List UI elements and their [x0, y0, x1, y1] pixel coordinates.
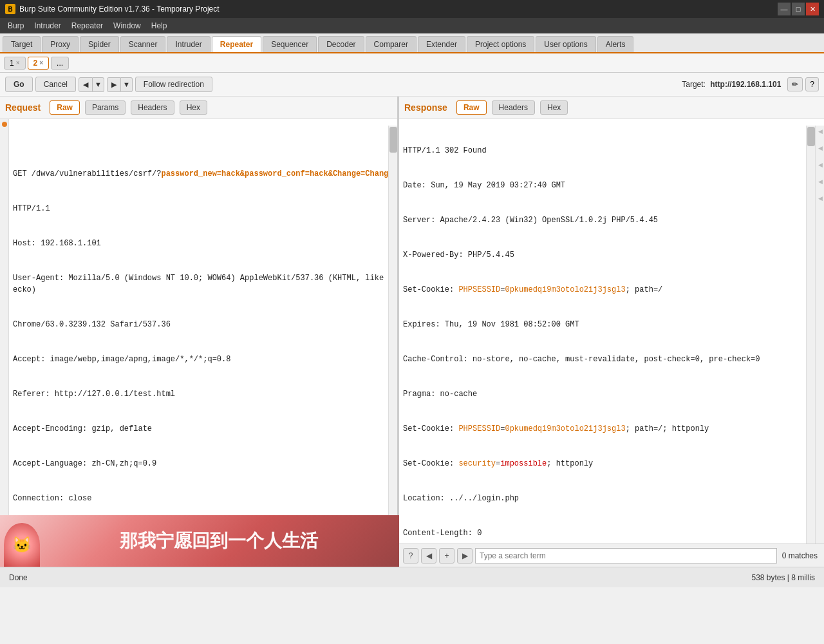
- search-prev-button[interactable]: ◀: [421, 548, 436, 564]
- request-tab-headers[interactable]: Headers: [131, 100, 174, 115]
- response-line-6: Expires: Thu, 19 Nov 1981 08:52:00 GMT: [403, 319, 820, 330]
- side-indicator-5: ◀: [817, 195, 823, 202]
- request-scrollbar[interactable]: [388, 126, 397, 567]
- nav-tab-repeater[interactable]: Repeater: [212, 36, 261, 52]
- close-button[interactable]: ✕: [806, 3, 819, 15]
- response-scrollbar[interactable]: [806, 126, 815, 544]
- request-line-5: Chrome/63.0.3239.132 Safari/537.36: [13, 319, 393, 330]
- target-label-text: Target:: [682, 80, 706, 89]
- follow-redirection-button[interactable]: Follow redirection: [135, 77, 212, 92]
- go-button[interactable]: Go: [5, 77, 33, 92]
- search-help-button[interactable]: ?: [403, 548, 418, 564]
- response-line-7: Cache-Control: no-store, no-cache, must-…: [403, 354, 820, 365]
- nav-tab-intruder[interactable]: Intruder: [167, 36, 210, 52]
- nav-tab-target[interactable]: Target: [3, 36, 41, 52]
- response-line-4: X-Powered-By: PHP/5.4.45: [403, 249, 820, 261]
- nav-tab-spider[interactable]: Spider: [80, 36, 119, 52]
- request-line-3: Host: 192.168.1.101: [13, 238, 393, 249]
- response-line-3: Server: Apache/2.4.23 (Win32) OpenSSL/1.…: [403, 214, 820, 226]
- maximize-button[interactable]: □: [792, 3, 805, 15]
- request-line-6: Accept: image/webp,image/apng,image/*,*/…: [13, 354, 393, 365]
- nav-tab-user-options[interactable]: User options: [536, 36, 595, 52]
- sub-tab-1[interactable]: 1 ×: [4, 57, 26, 70]
- request-line-1: GET /dwva/vulnerabilities/csrf/?password…: [13, 168, 393, 180]
- done-status: Done: [5, 572, 32, 583]
- window-title: Burp Suite Community Edition v1.7.36 - T…: [19, 5, 778, 14]
- menubar-item-intruder[interactable]: Intruder: [29, 20, 66, 32]
- window-controls: — □ ✕: [778, 3, 819, 15]
- response-line-8: Pragma: no-cache: [403, 388, 820, 400]
- nav-tab-proxy[interactable]: Proxy: [42, 36, 79, 52]
- back-dropdown-button[interactable]: ▼: [93, 77, 104, 92]
- bottom-overlay: 🐱 那我宁愿回到一个人生活: [0, 515, 399, 567]
- side-indicator-3: ◀: [817, 162, 823, 168]
- response-panel: Response Raw Headers Hex HTTP/1.1 302 Fo…: [399, 97, 824, 567]
- search-bar: ? ◀ + ▶ 0 matches: [399, 544, 824, 567]
- request-panel: Request Raw Params Headers Hex GET /dwva…: [0, 97, 399, 567]
- request-scroll-thumb[interactable]: [389, 127, 397, 153]
- response-title: Response: [404, 102, 447, 113]
- search-input[interactable]: [475, 548, 777, 564]
- nav-tab-alerts[interactable]: Alerts: [597, 36, 634, 52]
- request-line-4: User-Agent: Mozilla/5.0 (Windows NT 10.0…: [13, 272, 393, 296]
- search-next-button[interactable]: +: [439, 548, 454, 564]
- target-edit-button[interactable]: ✏: [787, 77, 803, 91]
- response-scroll-thumb[interactable]: [807, 127, 815, 146]
- request-tab-raw[interactable]: Raw: [50, 100, 80, 115]
- side-indicator-2: ◀: [817, 145, 823, 151]
- target-label: Target: http://192.168.1.101: [682, 80, 781, 89]
- request-tab-hex[interactable]: Hex: [180, 100, 207, 115]
- side-indicator-1: ◀: [817, 128, 823, 135]
- matches-label: 0 matches: [780, 550, 820, 562]
- nav-tab-sequencer[interactable]: Sequencer: [263, 36, 317, 52]
- mascot-image: 🐱: [4, 523, 40, 567]
- response-line-9: Set-Cookie: PHPSESSID=0pkumedqi9m3otolo2…: [403, 423, 820, 435]
- response-line-5: Set-Cookie: PHPSESSID=0pkumedqi9m3otolo2…: [403, 284, 820, 296]
- response-tab-hex[interactable]: Hex: [540, 100, 568, 115]
- response-line-12: Content-Length: 0: [403, 527, 820, 539]
- back-nav: ◀ ▼: [79, 77, 104, 92]
- menubar-item-window[interactable]: Window: [108, 20, 146, 32]
- mascot-emoji: 🐱: [12, 536, 32, 554]
- response-content[interactable]: HTTP/1.1 302 Found Date: Sun, 19 May 201…: [399, 119, 824, 544]
- request-panel-header: Request Raw Params Headers Hex: [0, 97, 397, 119]
- request-content[interactable]: GET /dwva/vulnerabilities/csrf/?password…: [0, 119, 397, 567]
- menubar-item-burp[interactable]: Burp: [3, 20, 29, 32]
- nav-tab-scanner[interactable]: Scanner: [120, 36, 166, 52]
- nav-tab-decoder[interactable]: Decoder: [318, 36, 364, 52]
- app-icon: B: [5, 4, 15, 14]
- titlebar: B Burp Suite Community Edition v1.7.36 -…: [0, 0, 824, 18]
- forward-nav: ▶ ▼: [107, 77, 133, 92]
- back-button[interactable]: ◀: [79, 77, 93, 92]
- menubar-item-repeater[interactable]: Repeater: [66, 20, 108, 32]
- main-content: Request Raw Params Headers Hex GET /dwva…: [0, 97, 824, 567]
- target-help-button[interactable]: ?: [805, 77, 819, 91]
- size-status: 538 bytes | 8 millis: [748, 572, 819, 583]
- nav-tabs: TargetProxySpiderScannerIntruderRepeater…: [0, 33, 824, 53]
- response-tab-raw[interactable]: Raw: [456, 100, 487, 115]
- menubar-item-help[interactable]: Help: [146, 20, 173, 32]
- status-bar: Done 538 bytes | 8 millis: [0, 567, 824, 587]
- repeater-tabs: 1 ×2 ×...: [0, 53, 824, 73]
- forward-button[interactable]: ▶: [107, 77, 121, 92]
- search-nav-button[interactable]: ▶: [457, 548, 473, 564]
- app-icon-label: B: [8, 6, 12, 13]
- response-line-10: Set-Cookie: security=impossible; httponl…: [403, 458, 820, 469]
- request-line-indicators: [0, 119, 9, 567]
- nav-tab-extender[interactable]: Extender: [418, 36, 465, 52]
- sub-tab-more[interactable]: ...: [51, 57, 69, 70]
- sub-tab-2[interactable]: 2 ×: [28, 57, 50, 70]
- response-side-bar: ◀ ◀ ◀ ◀ ◀: [815, 126, 824, 544]
- request-line-2: HTTP/1.1: [13, 203, 393, 214]
- nav-tab-comparer[interactable]: Comparer: [366, 36, 417, 52]
- cancel-button[interactable]: Cancel: [35, 77, 76, 92]
- minimize-button[interactable]: —: [778, 3, 791, 15]
- response-line-1: HTTP/1.1 302 Found: [403, 145, 820, 156]
- nav-tab-project-options[interactable]: Project options: [467, 36, 534, 52]
- request-line-10: Connection: close: [13, 493, 393, 504]
- forward-dropdown-button[interactable]: ▼: [121, 77, 133, 92]
- response-panel-header: Response Raw Headers Hex: [399, 97, 824, 119]
- response-line-2: Date: Sun, 19 May 2019 03:27:40 GMT: [403, 180, 820, 191]
- request-tab-params[interactable]: Params: [85, 100, 126, 115]
- response-tab-headers[interactable]: Headers: [492, 100, 535, 115]
